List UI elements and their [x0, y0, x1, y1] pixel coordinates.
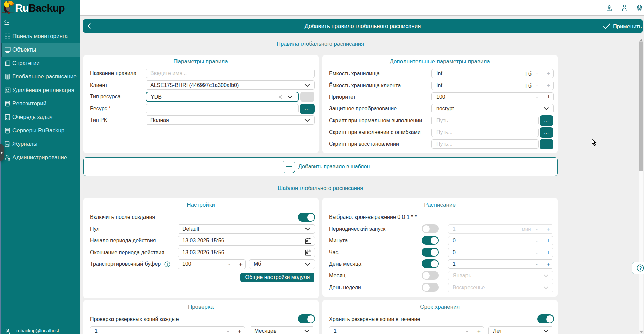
- svg-text:?: ?: [639, 265, 642, 271]
- svg-text:log: log: [6, 143, 9, 146]
